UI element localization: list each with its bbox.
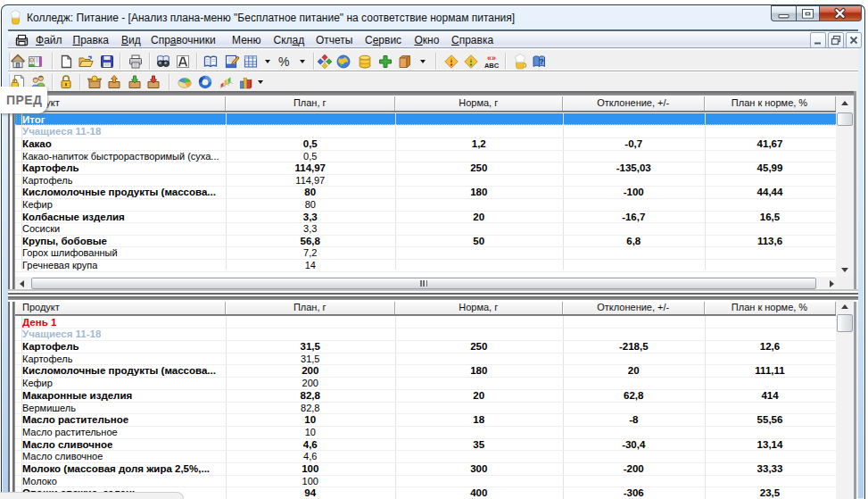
svg-text:ABC: ABC [484,62,500,70]
svg-text:?: ? [539,57,544,66]
